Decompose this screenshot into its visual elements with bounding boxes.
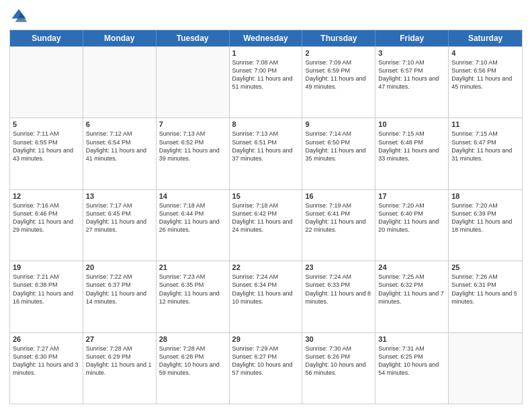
calendar-cell: 28Sunrise: 7:28 AM Sunset: 6:28 PM Dayli…: [157, 333, 230, 404]
day-number: 11: [451, 120, 519, 128]
day-number: 13: [86, 192, 153, 200]
calendar-cell: 12Sunrise: 7:16 AM Sunset: 6:46 PM Dayli…: [10, 190, 83, 261]
header-day-friday: Friday: [375, 30, 449, 46]
cell-details: Sunrise: 7:25 AM Sunset: 6:32 PM Dayligh…: [378, 273, 445, 306]
calendar-cell: 21Sunrise: 7:23 AM Sunset: 6:35 PM Dayli…: [157, 261, 230, 332]
day-number: 21: [159, 263, 226, 271]
calendar-cell: [157, 47, 230, 118]
cell-details: Sunrise: 7:09 AM Sunset: 6:59 PM Dayligh…: [305, 58, 372, 91]
page-header: [9, 7, 523, 26]
day-number: 20: [86, 263, 153, 271]
day-number: 14: [159, 192, 226, 200]
day-number: 12: [13, 192, 80, 200]
calendar-cell: 5Sunrise: 7:11 AM Sunset: 6:55 PM Daylig…: [10, 118, 83, 189]
calendar-cell: 7Sunrise: 7:13 AM Sunset: 6:52 PM Daylig…: [157, 118, 230, 189]
cell-details: Sunrise: 7:13 AM Sunset: 6:51 PM Dayligh…: [232, 130, 300, 163]
calendar-cell: 15Sunrise: 7:18 AM Sunset: 6:42 PM Dayli…: [230, 190, 303, 261]
calendar-cell: 11Sunrise: 7:15 AM Sunset: 6:47 PM Dayli…: [449, 118, 522, 189]
day-number: 7: [159, 120, 226, 128]
calendar-row-0: 1Sunrise: 7:08 AM Sunset: 7:00 PM Daylig…: [10, 46, 522, 118]
cell-details: Sunrise: 7:11 AM Sunset: 6:55 PM Dayligh…: [13, 130, 80, 163]
day-number: 31: [378, 335, 445, 343]
day-number: 6: [86, 120, 153, 128]
calendar-cell: [83, 47, 157, 118]
calendar-cell: 8Sunrise: 7:13 AM Sunset: 6:51 PM Daylig…: [230, 118, 303, 189]
cell-details: Sunrise: 7:10 AM Sunset: 6:56 PM Dayligh…: [451, 58, 519, 91]
calendar-cell: 24Sunrise: 7:25 AM Sunset: 6:32 PM Dayli…: [375, 261, 449, 332]
cell-details: Sunrise: 7:23 AM Sunset: 6:35 PM Dayligh…: [159, 273, 226, 306]
day-number: 5: [13, 120, 80, 128]
calendar-row-3: 19Sunrise: 7:21 AM Sunset: 6:38 PM Dayli…: [10, 261, 522, 332]
calendar-cell: 18Sunrise: 7:20 AM Sunset: 6:39 PM Dayli…: [449, 190, 522, 261]
cell-details: Sunrise: 7:21 AM Sunset: 6:38 PM Dayligh…: [13, 273, 80, 306]
day-number: 30: [305, 335, 372, 343]
cell-details: Sunrise: 7:20 AM Sunset: 6:40 PM Dayligh…: [378, 201, 445, 234]
cell-details: Sunrise: 7:12 AM Sunset: 6:54 PM Dayligh…: [86, 130, 153, 163]
cell-details: Sunrise: 7:16 AM Sunset: 6:46 PM Dayligh…: [13, 201, 80, 234]
calendar-cell: 19Sunrise: 7:21 AM Sunset: 6:38 PM Dayli…: [10, 261, 83, 332]
calendar-cell: 30Sunrise: 7:30 AM Sunset: 6:26 PM Dayli…: [302, 333, 375, 404]
header-day-thursday: Thursday: [302, 30, 375, 46]
cell-details: Sunrise: 7:24 AM Sunset: 6:33 PM Dayligh…: [305, 273, 372, 306]
logo: [9, 7, 31, 26]
cell-details: Sunrise: 7:19 AM Sunset: 6:41 PM Dayligh…: [305, 201, 372, 234]
day-number: 27: [86, 335, 153, 343]
calendar-cell: 27Sunrise: 7:28 AM Sunset: 6:29 PM Dayli…: [83, 333, 157, 404]
calendar-cell: 2Sunrise: 7:09 AM Sunset: 6:59 PM Daylig…: [302, 47, 375, 118]
cell-details: Sunrise: 7:28 AM Sunset: 6:28 PM Dayligh…: [159, 345, 226, 377]
day-number: 26: [13, 335, 80, 343]
calendar-row-2: 12Sunrise: 7:16 AM Sunset: 6:46 PM Dayli…: [10, 189, 522, 261]
calendar-cell: 3Sunrise: 7:10 AM Sunset: 6:57 PM Daylig…: [375, 47, 449, 118]
header-day-wednesday: Wednesday: [230, 30, 303, 46]
day-number: 24: [378, 263, 445, 271]
logo-icon: [9, 7, 28, 26]
day-number: 15: [232, 192, 300, 200]
calendar-cell: 1Sunrise: 7:08 AM Sunset: 7:00 PM Daylig…: [230, 47, 303, 118]
day-number: 16: [305, 192, 372, 200]
day-number: 19: [13, 263, 80, 271]
calendar-body: 1Sunrise: 7:08 AM Sunset: 7:00 PM Daylig…: [10, 46, 522, 404]
calendar-cell: 4Sunrise: 7:10 AM Sunset: 6:56 PM Daylig…: [449, 47, 522, 118]
cell-details: Sunrise: 7:29 AM Sunset: 6:27 PM Dayligh…: [232, 345, 300, 377]
cell-details: Sunrise: 7:13 AM Sunset: 6:52 PM Dayligh…: [159, 130, 226, 163]
calendar-cell: [10, 47, 83, 118]
day-number: 3: [378, 49, 445, 57]
calendar-cell: 9Sunrise: 7:14 AM Sunset: 6:50 PM Daylig…: [302, 118, 375, 189]
calendar-row-1: 5Sunrise: 7:11 AM Sunset: 6:55 PM Daylig…: [10, 118, 522, 189]
cell-details: Sunrise: 7:20 AM Sunset: 6:39 PM Dayligh…: [451, 201, 519, 234]
cell-details: Sunrise: 7:15 AM Sunset: 6:48 PM Dayligh…: [378, 130, 445, 163]
cell-details: Sunrise: 7:24 AM Sunset: 6:34 PM Dayligh…: [232, 273, 300, 306]
calendar-cell: 13Sunrise: 7:17 AM Sunset: 6:45 PM Dayli…: [83, 190, 157, 261]
calendar-cell: 14Sunrise: 7:18 AM Sunset: 6:44 PM Dayli…: [157, 190, 230, 261]
day-number: 2: [305, 49, 372, 57]
cell-details: Sunrise: 7:18 AM Sunset: 6:44 PM Dayligh…: [159, 201, 226, 234]
cell-details: Sunrise: 7:22 AM Sunset: 6:37 PM Dayligh…: [86, 273, 153, 306]
cell-details: Sunrise: 7:17 AM Sunset: 6:45 PM Dayligh…: [86, 201, 153, 234]
cell-details: Sunrise: 7:10 AM Sunset: 6:57 PM Dayligh…: [378, 58, 445, 91]
calendar-header: SundayMondayTuesdayWednesdayThursdayFrid…: [10, 30, 522, 46]
calendar-cell: [449, 333, 522, 404]
day-number: 17: [378, 192, 445, 200]
day-number: 28: [159, 335, 226, 343]
header-day-monday: Monday: [83, 30, 157, 46]
calendar-row-4: 26Sunrise: 7:27 AM Sunset: 6:30 PM Dayli…: [10, 332, 522, 404]
calendar-cell: 26Sunrise: 7:27 AM Sunset: 6:30 PM Dayli…: [10, 333, 83, 404]
cell-details: Sunrise: 7:28 AM Sunset: 6:29 PM Dayligh…: [86, 345, 153, 377]
cell-details: Sunrise: 7:27 AM Sunset: 6:30 PM Dayligh…: [13, 345, 80, 377]
calendar: SundayMondayTuesdayWednesdayThursdayFrid…: [9, 30, 523, 404]
calendar-cell: 16Sunrise: 7:19 AM Sunset: 6:41 PM Dayli…: [302, 190, 375, 261]
cell-details: Sunrise: 7:15 AM Sunset: 6:47 PM Dayligh…: [451, 130, 519, 163]
cell-details: Sunrise: 7:14 AM Sunset: 6:50 PM Dayligh…: [305, 130, 372, 163]
cell-details: Sunrise: 7:18 AM Sunset: 6:42 PM Dayligh…: [232, 201, 300, 234]
calendar-cell: 20Sunrise: 7:22 AM Sunset: 6:37 PM Dayli…: [83, 261, 157, 332]
day-number: 23: [305, 263, 372, 271]
header-day-tuesday: Tuesday: [157, 30, 230, 46]
header-day-saturday: Saturday: [449, 30, 522, 46]
cell-details: Sunrise: 7:08 AM Sunset: 7:00 PM Dayligh…: [232, 58, 300, 91]
day-number: 25: [451, 263, 519, 271]
calendar-cell: 17Sunrise: 7:20 AM Sunset: 6:40 PM Dayli…: [375, 190, 449, 261]
day-number: 8: [232, 120, 300, 128]
day-number: 4: [451, 49, 519, 57]
cell-details: Sunrise: 7:31 AM Sunset: 6:25 PM Dayligh…: [378, 345, 445, 377]
day-number: 29: [232, 335, 300, 343]
